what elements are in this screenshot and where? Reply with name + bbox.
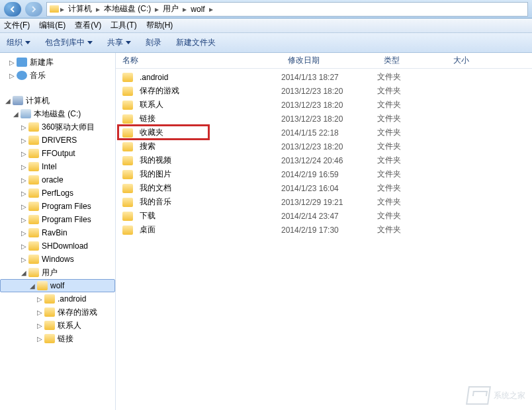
expand-toggle[interactable]: ▷ bbox=[36, 335, 43, 343]
expand-toggle[interactable]: ▷ bbox=[36, 322, 43, 329]
menu-view[interactable]: 查看(V) bbox=[75, 20, 101, 31]
menu-edit[interactable]: 编辑(E) bbox=[39, 20, 66, 31]
folder-icon bbox=[28, 215, 39, 224]
expand-toggle[interactable]: ▷ bbox=[20, 177, 27, 184]
nav-back-button[interactable] bbox=[4, 2, 21, 17]
file-date: 2013/12/29 19:21 bbox=[281, 198, 377, 207]
collapse-toggle[interactable]: ◢ bbox=[4, 97, 11, 104]
folder-icon bbox=[28, 255, 39, 264]
file-date: 2014/2/19 16:59 bbox=[281, 170, 377, 179]
tree-item-drive-c[interactable]: ◢本地磁盘 (C:) bbox=[0, 107, 115, 120]
tree-item-folder[interactable]: ▷Windows bbox=[0, 253, 115, 266]
file-row[interactable]: 我的文档2014/1/23 16:04文件夹 bbox=[116, 181, 532, 195]
path-segment[interactable]: 计算机 bbox=[66, 3, 95, 15]
new-folder-button[interactable]: 新建文件夹 bbox=[176, 37, 216, 48]
tree-item-folder[interactable]: ▷DRIVERS bbox=[0, 134, 115, 147]
file-row[interactable]: 桌面2014/2/19 17:30文件夹 bbox=[116, 223, 532, 237]
expand-toggle[interactable]: ▷ bbox=[20, 190, 27, 197]
column-header-type[interactable]: 类型 bbox=[377, 55, 447, 66]
toolbar: 组织 包含到库中 共享 刻录 新建文件夹 bbox=[0, 33, 532, 53]
tree-item-folder[interactable]: ▷联系人 bbox=[0, 319, 115, 332]
folder-icon bbox=[122, 198, 133, 207]
expand-toggle[interactable]: ▷ bbox=[20, 229, 27, 237]
tree-item-folder[interactable]: ▷.android bbox=[0, 292, 115, 306]
organize-button[interactable]: 组织 bbox=[7, 37, 30, 48]
file-date: 2013/12/23 18:20 bbox=[281, 142, 377, 151]
column-header-size[interactable]: 大小 bbox=[447, 55, 500, 66]
file-row[interactable]: 下载2014/2/14 23:47文件夹 bbox=[116, 209, 532, 223]
tree-item-folder[interactable]: ▷360驱动大师目 bbox=[0, 120, 115, 134]
tree-item-folder[interactable]: ▷Intel bbox=[0, 160, 115, 173]
file-row[interactable]: 保存的游戏2013/12/23 18:20文件夹 bbox=[116, 84, 532, 98]
expand-toggle[interactable]: ▷ bbox=[8, 59, 15, 66]
burn-button[interactable]: 刻录 bbox=[146, 37, 161, 48]
tree-item-folder[interactable]: ▷RavBin bbox=[0, 226, 115, 239]
folder-icon bbox=[28, 202, 39, 211]
file-row[interactable]: 我的视频2013/12/24 20:46文件夹 bbox=[116, 153, 532, 167]
column-header-name[interactable]: 名称 bbox=[116, 55, 281, 66]
collapse-toggle[interactable]: ◢ bbox=[20, 269, 27, 276]
expand-toggle[interactable]: ▷ bbox=[36, 309, 43, 316]
nav-forward-button[interactable] bbox=[25, 2, 42, 17]
folder-icon bbox=[122, 73, 133, 82]
include-library-button[interactable]: 包含到库中 bbox=[45, 37, 93, 48]
watermark: 系统之家 bbox=[467, 386, 525, 405]
expand-toggle[interactable]: ▷ bbox=[36, 296, 43, 303]
menu-help[interactable]: 帮助(H) bbox=[146, 20, 173, 31]
tree-item-wolf[interactable]: ◢wolf bbox=[0, 279, 115, 292]
file-date: 2013/12/23 18:20 bbox=[281, 101, 377, 110]
path-segment[interactable]: wolf bbox=[188, 5, 207, 14]
expand-toggle[interactable]: ▷ bbox=[20, 163, 27, 171]
file-row[interactable]: 收藏夹2014/1/15 22:18文件夹 bbox=[116, 126, 532, 140]
folder-icon bbox=[28, 162, 39, 171]
tree-item-music[interactable]: ▷音乐 bbox=[0, 69, 115, 82]
chevron-down-icon bbox=[87, 41, 93, 44]
expand-toggle[interactable]: ▷ bbox=[20, 256, 27, 263]
file-row[interactable]: 搜索2013/12/23 18:20文件夹 bbox=[116, 140, 532, 153]
expand-toggle[interactable]: ▷ bbox=[20, 216, 27, 224]
titlebar: ▸ 计算机 ▸ 本地磁盘 (C:) ▸ 用户 ▸ wolf ▸ bbox=[0, 0, 532, 19]
file-row[interactable]: 我的音乐2013/12/29 19:21文件夹 bbox=[116, 195, 532, 209]
tree-item-users[interactable]: ◢用户 bbox=[0, 266, 115, 279]
expand-toggle[interactable]: ▷ bbox=[20, 203, 27, 210]
expand-toggle[interactable]: ▷ bbox=[8, 72, 15, 79]
file-type: 文件夹 bbox=[377, 183, 447, 194]
file-type: 文件夹 bbox=[377, 141, 447, 152]
expand-toggle[interactable]: ▷ bbox=[20, 243, 27, 250]
expand-toggle[interactable]: ▷ bbox=[20, 150, 27, 157]
folder-icon bbox=[28, 122, 39, 132]
file-row[interactable]: 链接2013/12/23 18:20文件夹 bbox=[116, 112, 532, 126]
content-area: ▷新建库 ▷音乐 ◢计算机 ◢本地磁盘 (C:) ▷360驱动大师目▷DRIVE… bbox=[0, 53, 532, 410]
tree-item-folder[interactable]: ▷oracle bbox=[0, 173, 115, 186]
tree-item-folder[interactable]: ▷FFOutput bbox=[0, 147, 115, 160]
file-type: 文件夹 bbox=[377, 169, 447, 180]
column-headers: 名称 修改日期 类型 大小 bbox=[116, 53, 532, 69]
menu-tools[interactable]: 工具(T) bbox=[111, 20, 136, 31]
tree-item-folder[interactable]: ▷链接 bbox=[0, 332, 115, 345]
menu-file[interactable]: 文件(F) bbox=[4, 20, 30, 31]
folder-icon bbox=[28, 149, 39, 158]
share-button[interactable]: 共享 bbox=[107, 37, 131, 48]
chevron-right-icon: ▸ bbox=[60, 5, 64, 14]
folder-icon bbox=[122, 184, 133, 193]
tree-item-folder[interactable]: ▷PerfLogs bbox=[0, 186, 115, 200]
collapse-toggle[interactable]: ◢ bbox=[28, 282, 36, 290]
file-row[interactable]: 我的图片2014/2/19 16:59文件夹 bbox=[116, 167, 532, 181]
tree-item-folder[interactable]: ▷Program Files bbox=[0, 200, 115, 213]
tree-item-folder[interactable]: ▷Program Files bbox=[0, 213, 115, 226]
file-row[interactable]: .android2014/1/13 18:27文件夹 bbox=[116, 70, 532, 84]
tree-item-folder[interactable]: ▷保存的游戏 bbox=[0, 306, 115, 319]
expand-toggle[interactable]: ▷ bbox=[20, 137, 27, 144]
file-name: 我的音乐 bbox=[140, 196, 171, 208]
path-segment[interactable]: 本地磁盘 (C:) bbox=[101, 3, 154, 15]
tree-item-newlib[interactable]: ▷新建库 bbox=[0, 56, 115, 69]
tree-item-computer[interactable]: ◢计算机 bbox=[0, 94, 115, 107]
address-bar[interactable]: ▸ 计算机 ▸ 本地磁盘 (C:) ▸ 用户 ▸ wolf ▸ bbox=[46, 2, 528, 17]
file-row[interactable]: 联系人2013/12/23 18:20文件夹 bbox=[116, 98, 532, 112]
expand-toggle[interactable]: ▷ bbox=[20, 124, 27, 131]
folder-icon bbox=[122, 87, 133, 96]
column-header-date[interactable]: 修改日期 bbox=[281, 55, 377, 66]
collapse-toggle[interactable]: ◢ bbox=[12, 110, 19, 118]
tree-item-folder[interactable]: ▷SHDownload bbox=[0, 239, 115, 253]
path-segment[interactable]: 用户 bbox=[160, 3, 181, 15]
